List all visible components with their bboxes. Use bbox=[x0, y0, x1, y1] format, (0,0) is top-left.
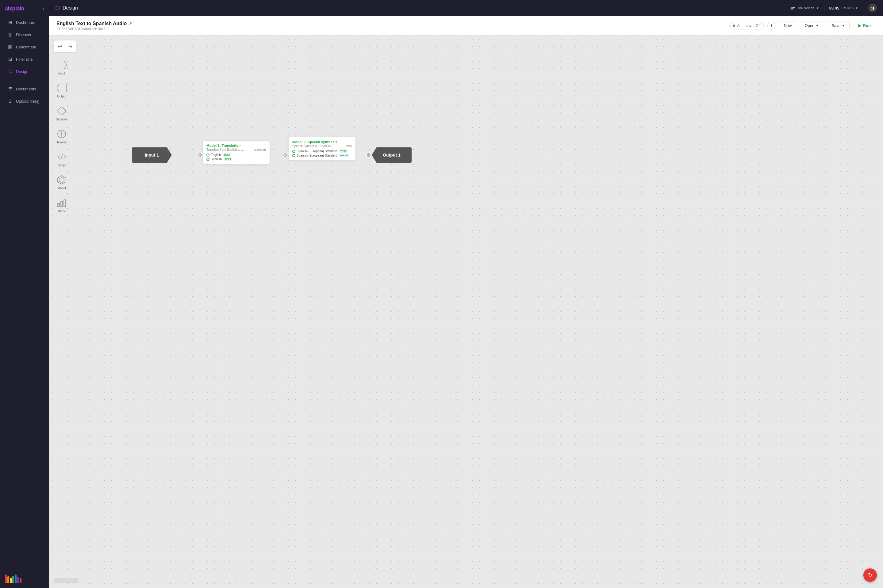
sidebar-item-label: Documents bbox=[16, 87, 36, 91]
sidebar-item-label: Discover bbox=[16, 33, 32, 37]
model1-io-name-1: Spanish bbox=[211, 158, 222, 161]
info-button[interactable]: ℹ bbox=[767, 22, 775, 30]
tool-model-label: Model bbox=[58, 187, 66, 190]
model1-title: Model 1: Translation bbox=[206, 144, 266, 147]
color-bars bbox=[5, 573, 44, 583]
topbar-divider bbox=[824, 5, 824, 11]
tool-metric[interactable]: Metric bbox=[54, 195, 69, 215]
sidebar-item-finetune[interactable]: ⊟ FineTune bbox=[3, 53, 47, 65]
model2-node[interactable]: Model 2: Speech synthesis Speech Synthes… bbox=[288, 136, 356, 160]
tool-input[interactable]: Input bbox=[54, 57, 69, 78]
save-dropdown-icon: ▼ bbox=[842, 24, 845, 27]
page-title: ⬡ Design bbox=[55, 4, 78, 11]
tool-output-icon bbox=[56, 82, 67, 93]
tool-router[interactable]: Router bbox=[54, 126, 69, 147]
svg-point-22 bbox=[367, 153, 371, 157]
credits-value: 83.45 bbox=[829, 6, 839, 10]
model2-io-dot-1 bbox=[292, 154, 295, 157]
sidebar-item-label: Benchmark bbox=[16, 45, 36, 50]
canvas-toolbar: ↩ ↪ bbox=[54, 40, 76, 52]
output1-node[interactable]: Output 1 bbox=[372, 147, 412, 163]
svg-marker-18 bbox=[285, 153, 288, 157]
user-name: Tim bbox=[789, 6, 795, 10]
model2-io-type-0: TEXT bbox=[339, 150, 347, 153]
tool-input-icon bbox=[56, 60, 67, 70]
sidebar-item-dashboard[interactable]: ⊞ Dashboard bbox=[3, 16, 47, 28]
sidebar-item-label: Upload file(s) bbox=[16, 99, 39, 104]
color-bar-orange bbox=[8, 576, 9, 583]
save-button[interactable]: Save ▼ bbox=[827, 21, 850, 30]
ext-link-icon[interactable]: ↗ bbox=[128, 21, 132, 26]
input1-label: Input 1 bbox=[145, 153, 159, 158]
tool-model-icon bbox=[56, 174, 67, 185]
pipeline-title: English Text to Spanish Audio ↗ bbox=[56, 21, 132, 26]
model1-subtitle-text: Translate from English to ... bbox=[206, 148, 244, 152]
color-bar-purple bbox=[17, 577, 19, 583]
autosave-badge[interactable]: Auto-save: Off bbox=[730, 22, 764, 29]
tool-script[interactable]: Script bbox=[54, 149, 69, 170]
model2-io-dot-0 bbox=[292, 150, 295, 153]
open-button[interactable]: Open ▼ bbox=[800, 21, 823, 30]
nav-divider bbox=[5, 80, 44, 80]
topbar-divider2 bbox=[863, 5, 863, 11]
credits-dropdown-icon: ▼ bbox=[855, 6, 858, 10]
model2-io-1: Spanish (European) Standard AUDIO bbox=[292, 154, 352, 157]
credits-info[interactable]: 83.45 CREDITS ▼ bbox=[829, 6, 858, 10]
model1-io-0: English TEXT bbox=[206, 153, 266, 157]
refresh-icon: ↻ bbox=[868, 572, 872, 579]
color-bar-yellow bbox=[10, 578, 12, 583]
tool-decision-icon bbox=[56, 105, 67, 116]
redo-icon: ↪ bbox=[68, 44, 72, 50]
model1-subtitle: Translate from English to ... Microsoft bbox=[206, 148, 266, 152]
autosave-text: Auto-save: Off bbox=[737, 24, 760, 28]
svg-point-16 bbox=[198, 153, 202, 157]
sidebar-item-benchmark[interactable]: ▦ Benchmark bbox=[3, 41, 47, 53]
tool-model[interactable]: Model bbox=[54, 172, 69, 192]
sidebar-item-documents[interactable]: ☰ Documents bbox=[3, 83, 47, 94]
tool-decision-label: Decision bbox=[56, 118, 68, 121]
pipeline-actions: Auto-save: Off ℹ New Open ▼ Save ▼ ▶ Run bbox=[730, 21, 875, 30]
theme-icon: ◑ bbox=[871, 6, 874, 10]
tool-decision[interactable]: Decision bbox=[54, 103, 69, 123]
model1-io-type-0: TEXT bbox=[223, 153, 231, 157]
undo-icon: ↩ bbox=[58, 44, 62, 50]
theme-toggle-button[interactable]: ◑ bbox=[868, 4, 877, 12]
sidebar-item-upload[interactable]: ⤓ Upload file(s) bbox=[3, 95, 47, 107]
tool-router-label: Router bbox=[57, 141, 66, 144]
design-icon: ⬡ bbox=[8, 69, 13, 74]
input1-node[interactable]: Input 1 bbox=[132, 147, 172, 163]
topbar: ⬡ Design Tim Tim Nelson ▼ 83.45 CREDITS … bbox=[49, 0, 883, 16]
svg-text:×: × bbox=[368, 153, 370, 157]
finetune-icon: ⊟ bbox=[8, 56, 13, 62]
refresh-fab[interactable]: ↻ bbox=[863, 568, 877, 582]
sidebar-header: aixplain ‹ bbox=[0, 0, 49, 16]
model1-node[interactable]: Model 1: Translation Translate from Engl… bbox=[202, 140, 270, 164]
model2-io-type-1: AUDIO bbox=[339, 154, 349, 157]
canvas-area[interactable]: ↩ ↪ Input bbox=[49, 36, 883, 588]
new-button[interactable]: New bbox=[779, 21, 796, 30]
user-dropdown-icon: ▼ bbox=[816, 6, 819, 10]
design-page-icon: ⬡ bbox=[55, 4, 60, 11]
tool-output-label: Output bbox=[57, 94, 66, 98]
sidebar-bottom bbox=[0, 568, 49, 588]
discover-icon: ◎ bbox=[8, 32, 13, 38]
redo-button[interactable]: ↪ bbox=[66, 42, 75, 51]
autosave-dot bbox=[733, 24, 735, 27]
model2-io-name-0: Spanish (European) Standard bbox=[296, 150, 337, 153]
user-info[interactable]: Tim Tim Nelson ▼ bbox=[789, 6, 819, 10]
page-title-text: Design bbox=[63, 5, 78, 11]
main-content: ⬡ Design Tim Tim Nelson ▼ 83.45 CREDITS … bbox=[49, 0, 883, 588]
color-bar-green bbox=[12, 576, 14, 583]
collapse-button[interactable]: ‹ bbox=[43, 6, 44, 11]
sidebar-item-discover[interactable]: ◎ Discover bbox=[3, 29, 47, 40]
topbar-right: Tim Tim Nelson ▼ 83.45 CREDITS ▼ ◑ bbox=[789, 4, 877, 12]
sidebar-item-design[interactable]: ⬡ Design bbox=[3, 66, 47, 77]
model1-io-type-1: TEXT bbox=[224, 158, 232, 161]
undo-button[interactable]: ↩ bbox=[55, 42, 65, 51]
sidebar: aixplain ‹ ⊞ Dashboard ◎ Discover ▦ Benc… bbox=[0, 0, 49, 588]
model2-title: Model 2: Speech synthesis bbox=[292, 140, 352, 144]
tool-output[interactable]: Output bbox=[54, 80, 69, 100]
pipeline-title-text: English Text to Spanish Audio bbox=[56, 21, 127, 26]
sidebar-item-label: FineTune bbox=[16, 57, 33, 62]
run-button[interactable]: ▶ Run bbox=[853, 21, 875, 30]
